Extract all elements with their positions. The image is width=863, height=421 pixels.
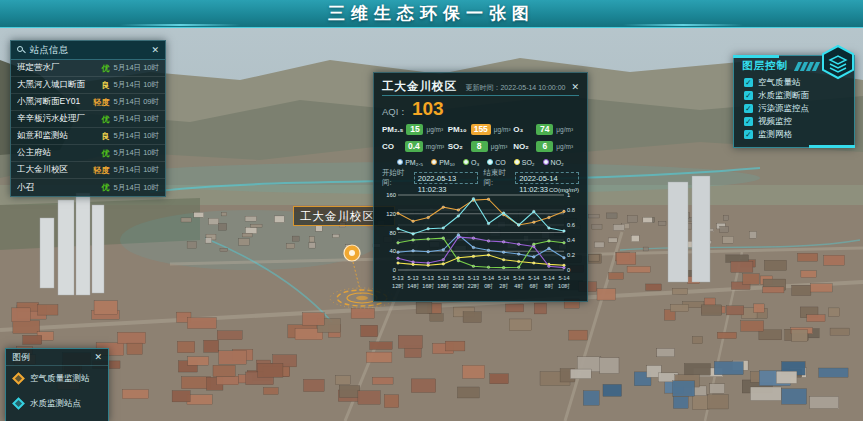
layer-item[interactable]: ✓监测网格 xyxy=(734,128,854,141)
station-name: 小黑河断面EY01 xyxy=(17,96,90,108)
checkbox-checked-icon[interactable]: ✓ xyxy=(744,117,753,126)
layer-item[interactable]: ✓污染源监控点 xyxy=(734,102,854,115)
chart-legend-item[interactable]: SO₂ xyxy=(514,159,535,166)
layer-item[interactable]: ✓视频监控 xyxy=(734,115,854,128)
checkbox-checked-icon[interactable]: ✓ xyxy=(744,91,753,100)
station-row[interactable]: 班定营水厂优5月14日 10时 xyxy=(11,60,165,77)
chart-legend: PM₂.₅PM₁₀O₃COSO₂NO₂ xyxy=(382,157,579,167)
chart-legend-item[interactable]: CO xyxy=(487,159,506,166)
station-name: 公主府站 xyxy=(17,147,98,159)
chart-legend-item[interactable]: PM₁₀ xyxy=(431,159,455,166)
update-time: 更新时间：2022-05-14 10:00:00 xyxy=(463,83,565,93)
checkbox-checked-icon[interactable]: ✓ xyxy=(744,130,753,139)
station-detail-popup: 工大金川校区 更新时间：2022-05-14 10:00:00 ✕ AQI： 1… xyxy=(373,72,588,302)
svg-text:5-13: 5-13 xyxy=(438,275,449,281)
pollutant-value-badge: 0.4 xyxy=(405,141,423,152)
trend-chart: 00.20.40.60.8104080120160CO(mg/m³)5-1312… xyxy=(382,186,581,302)
legend-dot-icon xyxy=(463,159,469,165)
checkbox-checked-icon[interactable]: ✓ xyxy=(744,78,753,87)
svg-text:5-13: 5-13 xyxy=(407,275,418,281)
legend-header: 图例 ✕ xyxy=(6,349,108,366)
station-row[interactable]: 小黑河断面EY01轻度5月14日 09时 xyxy=(11,94,165,111)
close-icon[interactable]: ✕ xyxy=(571,82,579,92)
svg-text:120: 120 xyxy=(386,211,396,217)
pollutant-cell: O₃74μg/m³ xyxy=(513,124,579,135)
legend-dot-icon xyxy=(487,159,493,165)
chart-legend-label: NO₂ xyxy=(551,159,564,166)
layer-list: ✓空气质量站✓水质监测断面✓污染源监控点✓视频监控✓监测网格 xyxy=(734,76,854,141)
layer-item-label: 空气质量站 xyxy=(758,77,801,89)
svg-text:20时: 20时 xyxy=(452,283,464,289)
start-time-label: 开始时间: xyxy=(382,168,408,188)
close-icon[interactable]: ✕ xyxy=(94,352,102,362)
layer-item[interactable]: ✓水质监测断面 xyxy=(734,89,854,102)
legend-item: 水质监测站点 xyxy=(6,391,108,416)
station-grade-badge: 轻度 xyxy=(94,97,110,108)
station-list: 班定营水厂优5月14日 10时大黑河入城口断面良5月14日 10时小黑河断面EY… xyxy=(11,60,165,196)
layers-icon[interactable] xyxy=(820,44,856,80)
layer-item-label: 监测网格 xyxy=(758,129,792,141)
svg-text:0: 0 xyxy=(393,267,396,273)
station-row[interactable]: 辛辛板污水处理厂优5月14日 10时 xyxy=(11,111,165,128)
station-update-time: 5月14日 10时 xyxy=(114,148,159,158)
station-panel-header: 站点信息 ✕ xyxy=(11,41,165,60)
svg-text:16时: 16时 xyxy=(422,283,434,289)
pollutant-unit: μg/m³ xyxy=(494,126,511,133)
pollutant-value-badge: 8 xyxy=(471,141,488,152)
svg-text:8时: 8时 xyxy=(545,283,554,289)
aqi-row: AQI： 103 xyxy=(382,98,579,122)
svg-text:0.4: 0.4 xyxy=(567,237,576,243)
pollutant-label: SO₂ xyxy=(448,142,468,151)
svg-text:CO(mg/m³): CO(mg/m³) xyxy=(549,187,579,193)
legend-marker-icon xyxy=(12,397,25,410)
svg-text:5-13: 5-13 xyxy=(423,275,434,281)
svg-text:5-14: 5-14 xyxy=(528,275,539,281)
chart-legend-label: CO xyxy=(495,159,506,166)
checkbox-checked-icon[interactable]: ✓ xyxy=(744,104,753,113)
legend-item-label: 水质监测站点 xyxy=(30,398,81,410)
top-header: 三维生态环保一张图 xyxy=(0,0,863,28)
layer-item-label: 视频监控 xyxy=(758,116,792,128)
legend-dot-icon xyxy=(431,159,437,165)
legend-marker-icon xyxy=(12,372,25,385)
chart-legend-item[interactable]: NO₂ xyxy=(543,159,564,166)
page-title: 三维生态环保一张图 xyxy=(328,2,535,25)
close-icon[interactable]: ✕ xyxy=(151,45,159,55)
station-update-time: 5月14日 10时 xyxy=(114,131,159,141)
pollutant-cell: SO₂8μg/m³ xyxy=(448,141,514,152)
station-grade-badge: 轻度 xyxy=(94,165,110,176)
chart-legend-label: PM₂.₅ xyxy=(405,159,423,166)
svg-text:0时: 0时 xyxy=(484,283,493,289)
svg-text:5-13: 5-13 xyxy=(453,275,464,281)
chart-legend-item[interactable]: PM₂.₅ xyxy=(397,159,423,166)
station-update-time: 5月14日 10时 xyxy=(114,114,159,124)
svg-text:12时: 12时 xyxy=(392,283,404,289)
search-icon[interactable] xyxy=(17,46,25,54)
pollutant-cell: CO0.4mg/m³ xyxy=(382,141,448,152)
svg-text:5-14: 5-14 xyxy=(483,275,494,281)
pollutant-unit: μg/m³ xyxy=(491,143,508,150)
layer-panel-title: 图层控制 xyxy=(742,59,788,73)
end-time-input[interactable]: 2022-05-14 11:02:33 xyxy=(515,172,579,184)
pollutant-label: NO₂ xyxy=(513,142,533,151)
station-row[interactable]: 如意和监测站良5月14日 10时 xyxy=(11,128,165,145)
svg-text:5-13: 5-13 xyxy=(468,275,479,281)
station-row[interactable]: 大黑河入城口断面良5月14日 10时 xyxy=(11,77,165,94)
legend-dot-icon xyxy=(543,159,549,165)
station-row[interactable]: 公主府站优5月14日 10时 xyxy=(11,145,165,162)
app-canvas: 三维生态环保一张图 工大金川校区 站点信息 ✕ 班定营水厂优5月14日 10时大… xyxy=(0,0,863,421)
station-row[interactable]: 小召优5月14日 10时 xyxy=(11,179,165,196)
svg-text:5-14: 5-14 xyxy=(513,275,524,281)
pollutant-label: CO xyxy=(382,142,402,151)
chart-legend-item[interactable]: O₃ xyxy=(463,159,479,166)
start-time-input[interactable]: 2022-05-13 11:02:33 xyxy=(414,172,478,184)
station-row[interactable]: 工大金川校区轻度5月14日 10时 xyxy=(11,162,165,179)
svg-text:4时: 4时 xyxy=(514,283,523,289)
end-time-label: 结束时间: xyxy=(484,168,510,188)
station-update-time: 5月14日 10时 xyxy=(114,165,159,175)
svg-text:5-14: 5-14 xyxy=(543,275,554,281)
pollutant-label: PM₁₀ xyxy=(448,125,468,134)
layer-item-label: 污染源监控点 xyxy=(758,103,809,115)
station-update-time: 5月14日 09时 xyxy=(114,97,159,107)
pollutant-unit: mg/m³ xyxy=(426,143,444,150)
